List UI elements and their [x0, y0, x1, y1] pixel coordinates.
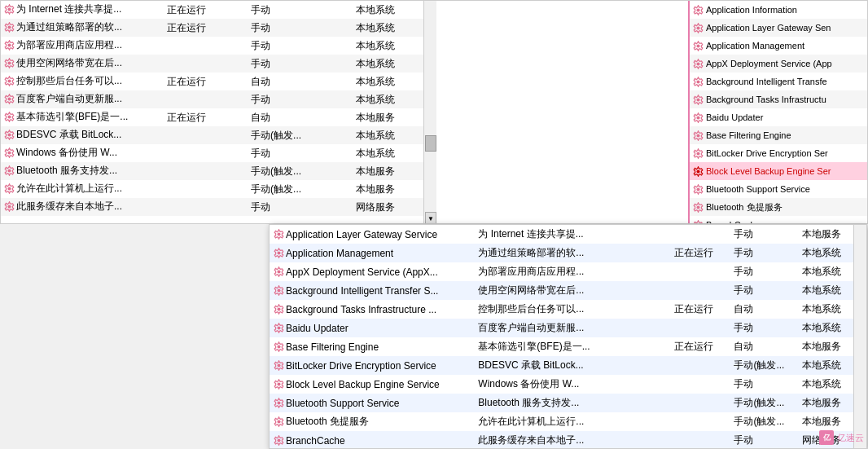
right-list-item[interactable]: Background Tasks Infrastructu: [690, 90, 867, 108]
svg-point-37: [277, 438, 280, 442]
bg-cell-8-1: [164, 144, 248, 162]
svg-point-30: [277, 307, 280, 310]
right-list-item[interactable]: Bluetooth 免提服务: [690, 198, 867, 216]
svg-point-29: [277, 288, 280, 292]
svg-point-27: [277, 251, 280, 254]
bg-cell-1-1: 正在运行: [164, 19, 248, 37]
right-list-item[interactable]: AppX Deployment Service (App: [690, 55, 867, 73]
bg-cell-6-0: 基本筛选引擎(BFE)是一...: [1, 108, 164, 126]
right-list-item[interactable]: Base Filtering Engine: [690, 126, 867, 144]
right-list-item[interactable]: Block Level Backup Engine Ser: [690, 162, 867, 180]
fg-name-cell-2: AppX Deployment Service (AppX...: [270, 262, 474, 281]
bg-table-row[interactable]: BDESVC 承载 BitLock...手动(触发...本地系统: [1, 126, 436, 144]
right-list-item[interactable]: Bluetooth Support Service: [690, 180, 867, 198]
bg-table-row[interactable]: 控制那些后台任务可以...正在运行自动本地系统: [1, 73, 436, 90]
bg-cell-2-2: 手动: [248, 37, 353, 55]
svg-point-18: [696, 116, 699, 119]
fg-table-row[interactable]: Bluetooth Support ServiceBluetooth 服务支持发…: [270, 394, 866, 412]
fg-scrollbar[interactable]: [853, 225, 866, 448]
fg-desc-cell-1: 为通过组策略部署的软...: [474, 244, 670, 262]
fg-table-row[interactable]: Background Intelligent Transfer S...使用空闲…: [270, 281, 866, 300]
svg-point-1: [7, 25, 11, 29]
fg-start-cell-1: 手动: [730, 244, 798, 262]
bg-table-row[interactable]: Bluetooth 服务支持发...手动(触发...本地服务: [1, 162, 436, 180]
bg-cell-10-2: 手动(触发...: [248, 180, 353, 198]
fg-table-row[interactable]: Block Level Backup Engine ServiceWindows…: [270, 375, 866, 394]
bg-table-row[interactable]: 允许在此计算机上运行...手动(触发...本地服务: [1, 180, 436, 198]
fg-status-cell-7: [670, 356, 730, 375]
fg-start-cell-10: 手动(触发...: [730, 412, 798, 431]
bg-cell-2-0: 为部署应用商店应用程...: [1, 37, 164, 55]
bg-scrollbar-thumb[interactable]: [425, 135, 436, 152]
svg-point-17: [696, 98, 699, 101]
fg-table-row[interactable]: Baidu Updater百度客户端自动更新服...手动本地系统: [270, 319, 866, 337]
bg-cell-8-0: Windows 备份使用 W...: [1, 144, 164, 162]
bg-cell-3-0: 使用空闲网络带宽在后...: [1, 55, 164, 73]
fg-status-cell-2: [670, 262, 730, 281]
right-list-label: Application Information: [706, 5, 797, 15]
right-list-item[interactable]: Background Intelligent Transfe: [690, 73, 867, 90]
bg-table-row[interactable]: 为部署应用商店应用程...手动本地系统: [1, 37, 436, 55]
fg-start-cell-8: 手动: [730, 375, 798, 394]
right-list-item[interactable]: BitLocker Drive Encryption Ser: [690, 144, 867, 162]
bg-cell-11-2: 手动: [248, 198, 353, 216]
fg-table-row[interactable]: Application Layer Gateway Service为 Inter…: [270, 225, 866, 244]
bg-scrollbar[interactable]: ▼: [423, 1, 436, 224]
bg-table-row[interactable]: 百度客户端自动更新服...手动本地系统: [1, 90, 436, 108]
svg-point-7: [7, 133, 11, 136]
svg-point-33: [277, 363, 280, 367]
background-panel: 为 Internet 连接共享提...正在运行手动本地系统 为通过组策略部署的软…: [0, 0, 868, 224]
bg-cell-4-1: 正在运行: [164, 73, 248, 90]
bg-right-panel: Application Information Application Laye…: [688, 1, 867, 224]
svg-point-12: [696, 8, 699, 11]
bg-cell-9-0: Bluetooth 服务支持发...: [1, 162, 164, 180]
bg-cell-5-2: 手动: [248, 90, 353, 108]
fg-table-row[interactable]: Base Filtering Engine基本筛选引擎(BFE)是一...正在运…: [270, 337, 866, 356]
fg-desc-cell-10: 允许在此计算机上运行...: [474, 412, 670, 431]
bg-cell-3-2: 手动: [248, 55, 353, 73]
right-list-item[interactable]: Baidu Updater: [690, 108, 867, 126]
svg-point-16: [696, 80, 699, 83]
bg-table-row[interactable]: 基本筛选引擎(BFE)是一...正在运行自动本地服务: [1, 108, 436, 126]
right-list-label: BitLocker Drive Encryption Ser: [706, 148, 828, 158]
svg-point-0: [7, 7, 11, 11]
fg-table-row[interactable]: Background Tasks Infrastructure ...控制那些后…: [270, 300, 866, 319]
right-list-item[interactable]: Application Information: [690, 1, 867, 19]
fg-table-row[interactable]: Application Management为通过组策略部署的软...正在运行手…: [270, 244, 866, 262]
fg-dropdown-panel[interactable]: Application Layer Gateway Service为 Inter…: [269, 224, 867, 449]
fg-status-cell-8: [670, 375, 730, 394]
svg-point-19: [696, 134, 699, 137]
right-list-label: Bluetooth 免提服务: [706, 201, 783, 213]
fg-start-cell-3: 手动: [730, 281, 798, 300]
svg-point-34: [277, 382, 280, 385]
right-list-item[interactable]: BranchCache: [690, 216, 867, 224]
fg-name-cell-10: Bluetooth 免提服务: [270, 412, 474, 431]
bg-cell-10-1: [164, 180, 248, 198]
bg-cell-7-1: [164, 126, 248, 144]
fg-status-cell-5: [670, 319, 730, 337]
right-list-item[interactable]: Application Management: [690, 37, 867, 55]
bg-table-row[interactable]: 此服务缓存来自本地子...手动网络服务: [1, 198, 436, 216]
svg-point-36: [277, 420, 280, 423]
fg-table-row[interactable]: BranchCache此服务缓存来自本地子...手动网络服务: [270, 431, 866, 449]
right-list-label: AppX Deployment Service (App: [706, 59, 832, 68]
bg-table-row[interactable]: Windows 备份使用 W...手动本地系统: [1, 144, 436, 162]
bg-table-row[interactable]: 使用空闲网络带宽在后...手动本地系统: [1, 55, 436, 73]
bg-table-row[interactable]: 为通过组策略部署的软...正在运行手动本地系统: [1, 19, 436, 37]
bg-table-row[interactable]: 为 Internet 连接共享提...正在运行手动本地系统: [1, 1, 436, 19]
bg-cell-9-1: [164, 162, 248, 180]
fg-table-row[interactable]: AppX Deployment Service (AppX...为部署应用商店应…: [270, 262, 866, 281]
bg-left-table: 为 Internet 连接共享提...正在运行手动本地系统 为通过组策略部署的软…: [1, 1, 436, 224]
bg-scrollbar-arrow-down[interactable]: ▼: [425, 212, 436, 224]
fg-table-row[interactable]: Bluetooth 免提服务允许在此计算机上运行...手动(触发...本地服务: [270, 412, 866, 431]
bg-cell-0-1: 正在运行: [164, 1, 248, 19]
fg-start-cell-11: 手动: [730, 431, 798, 449]
bg-cell-1-2: 手动: [248, 19, 353, 37]
svg-point-9: [7, 169, 11, 172]
fg-name-cell-6: Base Filtering Engine: [270, 337, 474, 356]
fg-name-cell-0: Application Layer Gateway Service: [270, 225, 474, 244]
fg-table-row[interactable]: BitLocker Drive Encryption ServiceBDESVC…: [270, 356, 866, 375]
bg-cell-11-1: [164, 198, 248, 216]
right-list-item[interactable]: Application Layer Gateway Sen: [690, 19, 867, 37]
watermark: 亿 亿速云: [819, 430, 864, 445]
